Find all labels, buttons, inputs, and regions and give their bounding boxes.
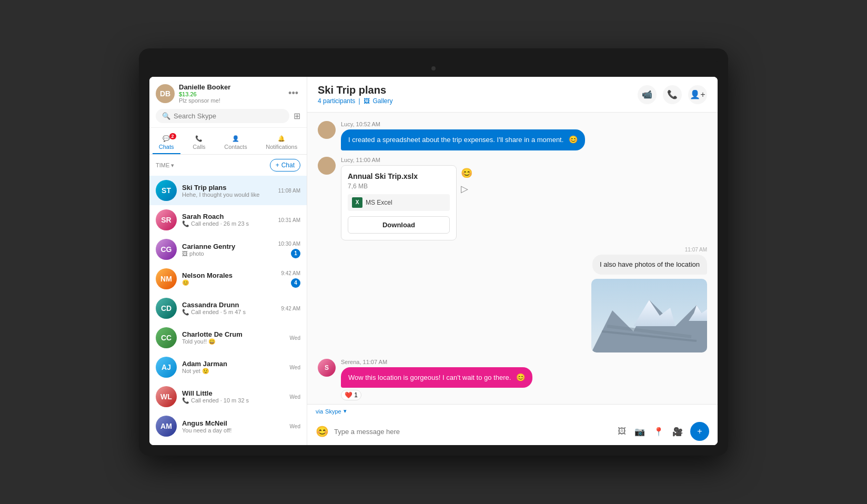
chat-preview: 📞 Call ended · 5 m 47 s: [182, 309, 276, 316]
chat-time: 9:42 AM: [281, 306, 300, 311]
contacts-label: Contacts: [224, 144, 247, 150]
msg-content: Serena, 11:07 AM Wow this location is go…: [341, 359, 532, 401]
video-icon: 📹: [642, 89, 652, 99]
new-chat-button[interactable]: + Chat: [270, 159, 300, 172]
more-options-button[interactable]: •••: [286, 86, 300, 101]
chat-time: 10:30 AM: [278, 241, 300, 247]
plus-icon: +: [276, 162, 279, 169]
chat-preview: Not yet 😟: [182, 368, 285, 375]
chat-name: Adam Jarman: [182, 360, 285, 368]
user-profile[interactable]: DB Danielle Booker $13.26 Plz sponsor me…: [156, 83, 230, 104]
add-person-button[interactable]: 👤+: [688, 85, 707, 104]
excel-icon: X: [352, 197, 362, 208]
forward-btn[interactable]: ▷: [461, 183, 472, 195]
chat-preview: You need a day off!: [182, 427, 285, 434]
location-button[interactable]: 📍: [651, 425, 666, 439]
chat-time: 11:08 AM: [278, 188, 300, 194]
chat-name: Charlotte De Crum: [182, 330, 285, 338]
download-button[interactable]: Download: [348, 216, 450, 234]
chat-avatar: CC: [156, 327, 177, 348]
chat-name: Nelson Morales: [182, 271, 276, 279]
user-subtitle: Plz sponsor me!: [179, 97, 230, 104]
chat-item-will-little[interactable]: WLWill Little📞 Call ended · 10 m 32 sWed: [149, 382, 307, 411]
chat-preview: 🖼 photo: [182, 250, 273, 257]
camera-button[interactable]: 📷: [632, 425, 647, 439]
msg-avatar: [318, 121, 336, 139]
chat-item-sarah-roach[interactable]: SRSarah Roach📞 Call ended · 26 m 23 s10:…: [149, 205, 307, 235]
msg-sender: Lucy, 10:52 AM: [341, 121, 585, 127]
chat-item-cassandra-drunn[interactable]: CDCassandra Drunn📞 Call ended · 5 m 47 s…: [149, 294, 307, 323]
emoji-button[interactable]: 😊: [316, 425, 329, 438]
gallery-link[interactable]: Gallery: [373, 97, 393, 105]
image-button[interactable]: 🖼: [616, 425, 628, 438]
nav-tabs: 💬 Chats 2 📞 Calls 👤 Contacts 🔔 Not: [149, 128, 307, 155]
notifications-icon: 🔔: [278, 135, 285, 142]
tab-calls[interactable]: 📞 Calls: [186, 132, 211, 154]
chats-label: Chats: [159, 144, 174, 150]
chat-preview: 📞 Call ended · 10 m 32 s: [182, 397, 285, 404]
chat-preview: Hehe, I thought you would like: [182, 191, 273, 198]
chat-time: Wed: [290, 365, 300, 370]
chevron-down-icon[interactable]: ▾: [344, 408, 347, 415]
unread-badge: 4: [291, 278, 300, 288]
chat-time: Wed: [290, 424, 300, 429]
chat-name: Angus McNeil: [182, 419, 285, 427]
chat-time: Wed: [290, 394, 300, 400]
chat-item-nelson-morales[interactable]: NMNelson Morales😊9:42 AM4: [149, 264, 307, 294]
chat-time: Wed: [290, 335, 300, 341]
tab-contacts[interactable]: 👤 Contacts: [218, 132, 253, 154]
chat-name: Ski Trip plans: [182, 184, 273, 191]
msg-time: 11:07 AM: [685, 247, 707, 253]
search-input[interactable]: [174, 112, 283, 120]
send-icon: +: [697, 427, 702, 436]
chat-avatar: CG: [156, 239, 177, 260]
audio-call-button[interactable]: 📞: [663, 85, 682, 104]
chat-preview: Told you!! 😄: [182, 338, 285, 345]
grid-icon[interactable]: ⊞: [294, 111, 300, 121]
msg-bubble: I also have photos of the location: [592, 255, 707, 275]
file-card: Annual Ski Trip.xslx 7,6 MB X MS Excel D…: [341, 165, 457, 240]
chat-title: Ski Trip plans: [318, 84, 393, 96]
video-message-button[interactable]: 🎥: [670, 425, 685, 439]
search-icon: 🔍: [162, 112, 170, 120]
calls-label: Calls: [193, 144, 205, 150]
chat-item-angus-mcneil[interactable]: AMAngus McNeilYou need a day off!Wed: [149, 411, 307, 441]
chat-item-carianne-gentry[interactable]: CGCarianne Gentry🖼 photo10:30 AM1: [149, 235, 307, 264]
avatar: DB: [156, 84, 175, 103]
sort-button[interactable]: TIME ▾: [156, 162, 174, 169]
divider: |: [358, 97, 360, 105]
chats-badge: 2: [169, 133, 176, 139]
participants-count: 4 participants: [318, 97, 355, 105]
chat-item-mj-price[interactable]: MPMJ PriceTeehee!Tue: [149, 441, 307, 445]
chat-preview: 📞 Call ended · 26 m 23 s: [182, 220, 273, 227]
reaction-badge[interactable]: ❤️ 1: [341, 390, 361, 400]
tab-notifications[interactable]: 🔔 Notifications: [259, 132, 304, 154]
location-photo: [591, 279, 707, 352]
message-input[interactable]: [334, 428, 610, 436]
chat-item-charlotte-de-crum[interactable]: CCCharlotte De CrumTold you!! 😄Wed: [149, 323, 307, 352]
send-button[interactable]: +: [690, 422, 709, 441]
chat-avatar: CD: [156, 298, 177, 319]
sidebar: DB Danielle Booker $13.26 Plz sponsor me…: [149, 77, 307, 445]
messages-area: Lucy, 10:52 AM I created a spreadsheet a…: [307, 113, 718, 404]
tab-chats[interactable]: 💬 Chats 2: [153, 132, 180, 154]
message-row: Lucy, 11:00 AM Annual Ski Trip.xslx 7,6 …: [318, 157, 707, 240]
user-name: Danielle Booker: [179, 83, 230, 91]
sort-chevron-icon: ▾: [171, 162, 174, 169]
msg-avatar: S: [318, 359, 336, 377]
search-box[interactable]: 🔍: [156, 109, 289, 123]
chat-avatar: WL: [156, 386, 177, 407]
msg-sender: Serena, 11:07 AM: [341, 359, 532, 365]
chat-list: STSki Trip plansHehe, I thought you woul…: [149, 176, 307, 445]
file-type-label: MS Excel: [366, 199, 392, 206]
via-service[interactable]: Skype: [325, 408, 341, 415]
message-row: Lucy, 10:52 AM I created a spreadsheet a…: [318, 121, 707, 150]
user-credit: $13.26: [179, 91, 230, 97]
chat-avatar: AJ: [156, 357, 177, 378]
video-call-button[interactable]: 📹: [638, 85, 657, 104]
chat-item-ski-trip[interactable]: STSki Trip plansHehe, I thought you woul…: [149, 176, 307, 205]
emoji-reaction-btn[interactable]: 😊: [461, 167, 472, 179]
message-row: S Serena, 11:07 AM Wow this location is …: [318, 359, 707, 401]
chat-item-adam-jarman[interactable]: AJAdam JarmanNot yet 😟Wed: [149, 352, 307, 382]
chat-time: 9:42 AM: [281, 270, 300, 276]
